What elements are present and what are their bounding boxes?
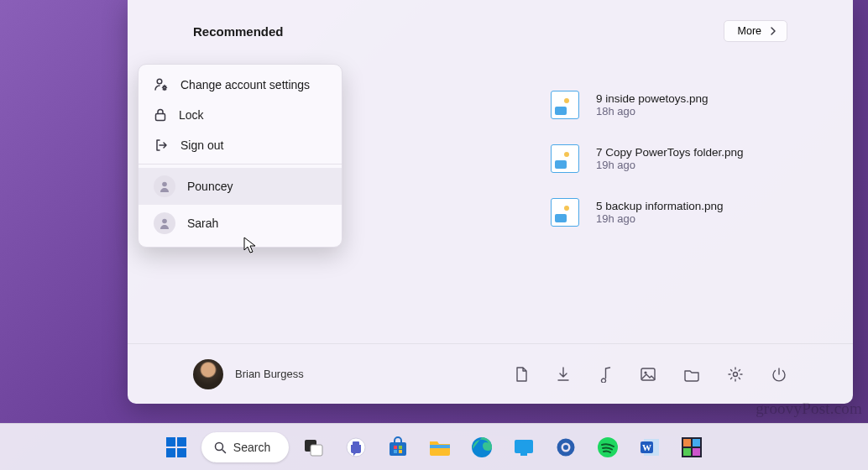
image-file-icon <box>551 198 579 227</box>
svg-rect-17 <box>311 445 322 456</box>
svg-point-10 <box>162 219 167 224</box>
svg-rect-19 <box>353 441 359 446</box>
settings-icon[interactable] <box>727 366 744 383</box>
svg-rect-23 <box>394 450 397 453</box>
folder-icon[interactable] <box>683 367 700 382</box>
svg-point-2 <box>564 206 569 211</box>
task-view-icon[interactable] <box>297 431 331 464</box>
svg-point-5 <box>734 372 738 376</box>
svg-rect-21 <box>394 446 397 449</box>
file-name: 9 inside powetoys.png <box>596 92 709 105</box>
more-label: More <box>738 25 761 37</box>
svg-rect-11 <box>166 437 175 446</box>
svg-point-0 <box>564 98 569 103</box>
file-name: 7 Copy PowerToys folder.png <box>596 146 744 159</box>
menu-label: Pouncey <box>187 180 233 193</box>
svg-point-9 <box>162 182 167 187</box>
sign-out[interactable]: Sign out <box>139 130 342 160</box>
file-age: 19h ago <box>596 212 724 225</box>
start-button[interactable] <box>159 431 193 464</box>
svg-rect-22 <box>399 446 402 449</box>
user-avatar-icon <box>154 175 175 197</box>
word-icon[interactable]: W <box>633 431 667 464</box>
menu-label: Change account settings <box>180 78 310 91</box>
watermark: groovyPost.com <box>756 400 862 418</box>
separator <box>139 164 342 164</box>
lock[interactable]: Lock <box>139 100 342 130</box>
image-file-icon <box>551 91 579 119</box>
avatar <box>193 359 223 389</box>
file-explorer-icon[interactable] <box>423 431 457 464</box>
recommended-file[interactable]: 7 Copy PowerToys folder.png 19h ago <box>551 144 744 173</box>
search-label: Search <box>233 441 270 454</box>
more-button[interactable]: More <box>724 20 787 42</box>
svg-rect-39 <box>693 448 700 456</box>
taskbar-search[interactable]: Search <box>201 432 289 462</box>
svg-point-15 <box>215 442 222 450</box>
svg-rect-8 <box>156 114 165 121</box>
menu-label: Sign out <box>180 138 223 152</box>
settings-app-icon[interactable] <box>549 431 583 464</box>
music-icon[interactable] <box>598 366 613 383</box>
search-icon <box>213 441 227 454</box>
user-gear-icon <box>154 77 169 92</box>
start-footer: Brian Burgess <box>128 343 853 404</box>
svg-point-30 <box>563 445 568 450</box>
chat-icon[interactable] <box>339 431 373 464</box>
menu-label: Sarah <box>187 217 218 230</box>
svg-rect-3 <box>641 368 655 380</box>
svg-point-6 <box>157 79 162 84</box>
svg-rect-38 <box>683 448 691 456</box>
app-icon[interactable] <box>507 431 541 464</box>
switch-user[interactable]: Pouncey <box>139 168 342 205</box>
recommended-file[interactable]: 9 inside powetoys.png 18h ago <box>551 91 744 119</box>
switch-user[interactable]: Sarah <box>139 205 342 242</box>
file-age: 19h ago <box>596 159 744 171</box>
svg-text:W: W <box>642 442 651 452</box>
downloads-icon[interactable] <box>556 366 571 383</box>
svg-rect-12 <box>177 437 186 446</box>
svg-rect-36 <box>683 439 691 446</box>
svg-point-1 <box>564 152 569 157</box>
microsoft-store-icon[interactable] <box>381 431 415 464</box>
svg-rect-25 <box>430 445 450 448</box>
documents-icon[interactable] <box>514 366 529 383</box>
powertoys-icon[interactable] <box>675 431 709 464</box>
account-menu: Change account settings Lock Sign out Po… <box>138 64 342 248</box>
svg-point-4 <box>644 371 646 373</box>
svg-rect-14 <box>177 448 186 457</box>
current-user-name: Brian Burgess <box>235 368 304 380</box>
recommended-file[interactable]: 5 backup information.png 19h ago <box>551 198 744 227</box>
lock-icon <box>154 107 167 123</box>
pictures-icon[interactable] <box>640 367 656 382</box>
file-age: 18h ago <box>596 105 709 118</box>
svg-rect-27 <box>515 440 533 453</box>
power-icon[interactable] <box>771 366 787 383</box>
image-file-icon <box>551 144 579 173</box>
svg-rect-20 <box>390 442 406 456</box>
svg-rect-28 <box>520 453 527 456</box>
taskbar: Search W <box>0 423 868 470</box>
file-name: 5 backup information.png <box>596 200 724 212</box>
change-account-settings[interactable]: Change account settings <box>139 70 342 100</box>
svg-rect-37 <box>693 439 700 446</box>
menu-label: Lock <box>179 108 204 122</box>
svg-rect-13 <box>166 448 175 457</box>
user-avatar-icon <box>154 212 175 234</box>
recommended-heading: Recommended <box>193 24 284 39</box>
chevron-right-icon <box>770 26 776 36</box>
sign-out-icon <box>154 138 169 153</box>
spotify-icon[interactable] <box>591 431 625 464</box>
current-user-button[interactable]: Brian Burgess <box>193 359 304 389</box>
edge-icon[interactable] <box>465 431 499 464</box>
svg-rect-24 <box>399 450 402 453</box>
